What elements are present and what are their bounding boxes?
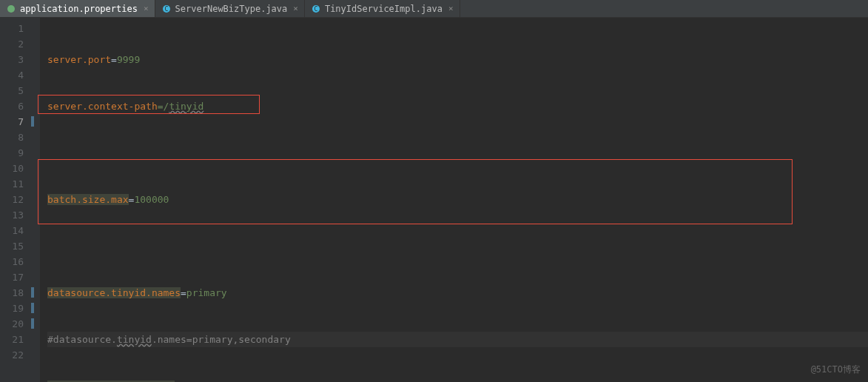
line-number: 2 [3, 36, 24, 52]
line-number: 4 [3, 67, 24, 83]
line-number: 12 [3, 192, 24, 207]
editor-tabs: application.properties × C ServerNewBizT… [0, 0, 868, 18]
close-icon[interactable]: × [293, 4, 298, 13]
marker-column [30, 18, 40, 382]
line-number: 17 [3, 269, 24, 285]
change-marker [31, 303, 34, 313]
java-class-icon: C [161, 4, 172, 14]
line-number: 13 [3, 207, 24, 223]
svg-text:C: C [164, 6, 168, 13]
line-number: 5 [3, 83, 24, 98]
line-number-gutter: 12345678910111213141516171819202122 [0, 18, 30, 382]
line-number: 9 [3, 145, 24, 161]
line-number: 7 [3, 114, 24, 130]
change-marker [31, 287, 34, 298]
line-number: 10 [3, 161, 24, 176]
line-number: 1 [3, 21, 24, 36]
line-number: 3 [3, 52, 24, 67]
tab-application-properties[interactable]: application.properties × [0, 0, 155, 17]
change-marker [31, 318, 34, 329]
tab-label: application.properties [20, 4, 138, 14]
properties-icon [6, 4, 16, 14]
tab-label: TinyIdServiceImpl.java [325, 4, 443, 14]
tab-tinyid-service-impl[interactable]: C TinyIdServiceImpl.java × [305, 0, 460, 17]
line-number: 20 [3, 316, 24, 332]
line-number: 19 [3, 301, 24, 316]
line-number: 22 [3, 347, 24, 363]
tab-label: ServerNewBizType.java [175, 4, 288, 14]
code-area[interactable]: server.port=9999 server.context-path=/ti… [40, 18, 868, 382]
line-number: 18 [3, 285, 24, 301]
change-marker [31, 116, 34, 127]
svg-text:C: C [314, 6, 318, 13]
close-icon[interactable]: × [448, 4, 454, 13]
svg-point-0 [7, 5, 15, 13]
line-number: 6 [3, 98, 24, 114]
java-class-icon: C [311, 4, 321, 14]
close-icon[interactable]: × [144, 4, 149, 13]
line-number: 15 [3, 238, 24, 254]
line-number: 16 [3, 254, 24, 269]
watermark: @51CTO博客 [811, 363, 861, 376]
code-editor[interactable]: 12345678910111213141516171819202122 serv… [0, 18, 868, 382]
line-number: 11 [3, 176, 24, 192]
line-number: 21 [3, 332, 24, 347]
line-number: 14 [3, 223, 24, 238]
line-number: 8 [3, 130, 24, 145]
tab-server-new-biz-type[interactable]: C ServerNewBizType.java × [155, 0, 305, 17]
